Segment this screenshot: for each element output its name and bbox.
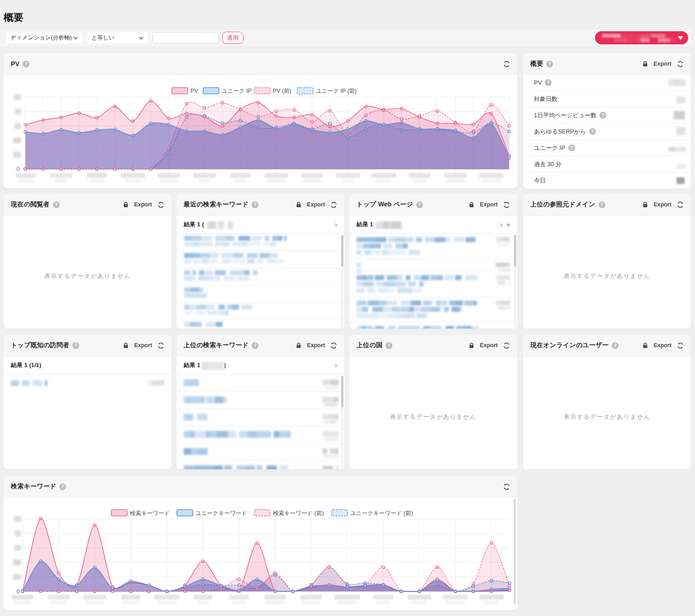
svg-text:検索キーワード: 検索キーワード bbox=[130, 510, 170, 516]
svg-text:0: 0 bbox=[16, 166, 19, 172]
svg-text:PV: PV bbox=[190, 88, 198, 94]
svg-text:ユニークキーワード (前): ユニークキーワード (前) bbox=[350, 510, 413, 516]
svg-text:ユニーク IP (前): ユニーク IP (前) bbox=[316, 88, 357, 94]
svg-text:PV (前): PV (前) bbox=[273, 88, 291, 94]
svg-text:0: 0 bbox=[16, 588, 19, 595]
svg-text:ユニークキーワード: ユニークキーワード bbox=[195, 510, 247, 516]
svg-text:検索キーワード (前): 検索キーワード (前) bbox=[273, 510, 324, 516]
svg-text:ユニーク IP: ユニーク IP bbox=[222, 88, 252, 94]
